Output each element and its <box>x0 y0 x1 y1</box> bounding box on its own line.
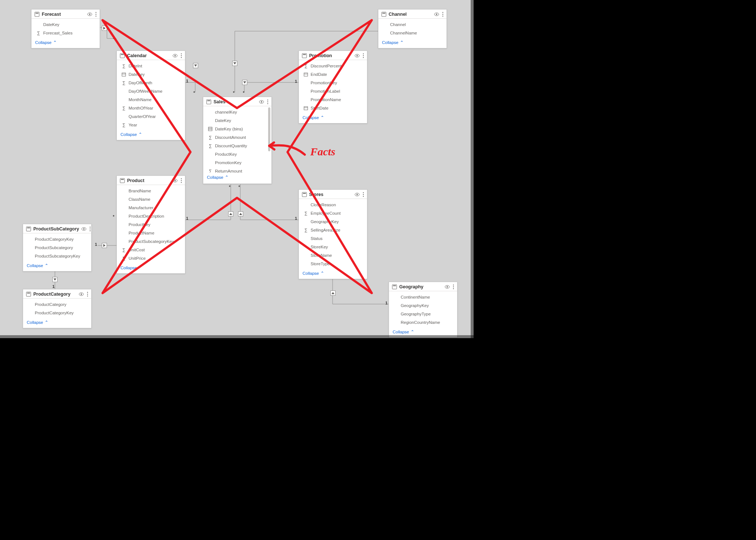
field-item[interactable]: ∑Forecast_Sales <box>32 29 100 37</box>
collapse-toggle[interactable]: Collapse⌃ <box>117 263 185 273</box>
field-item[interactable]: ProductDescription <box>117 212 185 220</box>
visibility-icon[interactable] <box>355 54 360 58</box>
visibility-icon[interactable] <box>81 227 86 231</box>
visibility-icon[interactable] <box>259 100 264 104</box>
field-item[interactable]: ∑MonthOfYear <box>117 104 185 112</box>
field-item[interactable]: ProductSubcategoryKey <box>23 252 91 260</box>
field-item[interactable]: DateKey <box>32 20 100 29</box>
field-item[interactable]: QuarterOfYear <box>117 112 185 121</box>
more-options-icon[interactable] <box>181 178 182 183</box>
table-card-sales[interactable]: Sales channelKey DateKey DateKey (bins) … <box>203 97 272 184</box>
field-item[interactable]: channelKey <box>203 108 271 116</box>
field-item[interactable]: ∑DateInt <box>117 62 185 70</box>
visibility-icon[interactable] <box>355 193 360 196</box>
table-card-promotion[interactable]: Promotion ∑DiscountPercent EndDate Promo… <box>299 51 367 123</box>
collapse-toggle[interactable]: Collapse⌃ <box>32 38 100 48</box>
field-item[interactable]: DateKey (bins) <box>203 125 271 133</box>
collapse-toggle[interactable]: Collapse⌃ <box>23 318 91 328</box>
field-item[interactable]: GeographyKey <box>299 217 367 226</box>
field-item[interactable]: ∑DiscountPercent <box>299 62 367 70</box>
field-item[interactable]: ProductSubcategoryKey <box>117 237 185 245</box>
more-options-icon[interactable] <box>87 292 88 297</box>
visibility-icon[interactable] <box>87 12 92 16</box>
field-item[interactable]: DateKey <box>203 116 271 125</box>
field-item[interactable]: ∑EmployeeCount <box>299 209 367 217</box>
table-header[interactable]: Sales <box>203 97 271 106</box>
field-item[interactable]: EndDate <box>299 70 367 78</box>
more-options-icon[interactable] <box>363 53 364 58</box>
field-item[interactable]: ∑UnitPrice <box>117 254 185 262</box>
field-item[interactable]: DateKey <box>117 70 185 78</box>
more-options-icon[interactable] <box>453 284 454 289</box>
field-item[interactable]: CloseReason <box>299 200 367 209</box>
field-item[interactable]: ∑SellingAreaSize <box>299 226 367 234</box>
field-item[interactable]: ∑DiscountQuantity <box>203 141 271 150</box>
more-options-icon[interactable] <box>89 226 91 232</box>
field-item[interactable]: ProductKey <box>117 220 185 229</box>
field-item[interactable]: Channel <box>378 20 446 29</box>
field-item[interactable]: PromotionKey <box>299 78 367 87</box>
field-item[interactable]: StoreType <box>299 259 367 268</box>
field-item[interactable]: StoreKey <box>299 243 367 251</box>
field-item[interactable]: DayOfWeekName <box>117 87 185 95</box>
field-item[interactable]: ProductName <box>117 229 185 237</box>
field-item[interactable]: ClassName <box>117 195 185 203</box>
table-card-product[interactable]: Product BrandName ClassName Manufacturer… <box>116 175 185 274</box>
table-header[interactable]: ProductSubCategory <box>23 224 91 233</box>
field-item[interactable]: BrandName <box>117 186 185 195</box>
more-options-icon[interactable] <box>181 53 182 58</box>
more-options-icon[interactable] <box>95 12 97 17</box>
table-card-stores[interactable]: Stores CloseReason ∑EmployeeCount Geogra… <box>299 189 367 279</box>
collapse-toggle[interactable]: Collapse⌃ <box>378 38 446 48</box>
visibility-icon[interactable] <box>79 292 84 296</box>
field-item[interactable]: StoreName <box>299 251 367 259</box>
visibility-icon[interactable] <box>173 179 178 182</box>
visibility-icon[interactable] <box>173 54 178 58</box>
field-item[interactable]: ProductCategoryKey <box>23 308 91 317</box>
field-item[interactable]: PromotionName <box>299 95 367 104</box>
field-item[interactable]: ProductCategoryKey <box>23 235 91 243</box>
field-item[interactable]: GeographyType <box>389 310 457 318</box>
table-header[interactable]: ProductCategory <box>23 289 91 299</box>
field-item[interactable]: ∑DiscountAmount <box>203 133 271 141</box>
table-card-calendar[interactable]: Calendar ∑DateInt DateKey ∑DayOfMonth Da… <box>116 51 185 140</box>
table-header[interactable]: Product <box>117 176 185 185</box>
table-card-geography[interactable]: Geography ContinentName GeographyKey Geo… <box>389 282 457 338</box>
table-card-channel[interactable]: Channel Channel ChannelName Collapse⌃ <box>378 9 447 48</box>
field-item[interactable]: ContinentName <box>389 293 457 301</box>
collapse-toggle[interactable]: Collapse⌃ <box>23 261 91 271</box>
field-item[interactable]: ∑ReturnAmount <box>203 167 271 173</box>
field-item[interactable]: GeographyKey <box>389 301 457 310</box>
visibility-icon[interactable] <box>434 12 439 16</box>
collapse-toggle[interactable]: Collapse⌃ <box>299 113 367 123</box>
field-item[interactable]: Status <box>299 234 367 243</box>
collapse-toggle[interactable]: Collapse⌃ <box>299 269 367 279</box>
more-options-icon[interactable] <box>363 192 364 197</box>
visibility-icon[interactable] <box>445 285 450 289</box>
field-item[interactable]: ChannelName <box>378 29 446 37</box>
table-header[interactable]: Calendar <box>117 51 185 60</box>
scrollbar[interactable] <box>268 107 270 173</box>
collapse-toggle[interactable]: Collapse⌃ <box>117 130 185 140</box>
field-item[interactable]: PromotionKey <box>203 158 271 167</box>
field-item[interactable]: MonthName <box>117 95 185 104</box>
more-options-icon[interactable] <box>267 99 268 104</box>
table-card-productcategory[interactable]: ProductCategory ProductCategory ProductC… <box>23 289 92 328</box>
table-header[interactable]: Forecast <box>32 10 100 19</box>
table-header[interactable]: Promotion <box>299 51 367 60</box>
table-header[interactable]: Stores <box>299 190 367 199</box>
table-card-productsubcategory[interactable]: ProductSubCategory ProductCategoryKey Pr… <box>23 224 92 271</box>
field-item[interactable]: ProductKey <box>203 150 271 158</box>
table-header[interactable]: Geography <box>389 282 457 291</box>
field-item[interactable]: ∑UnitCost <box>117 245 185 254</box>
more-options-icon[interactable] <box>442 12 444 17</box>
field-item[interactable]: ∑DayOfMonth <box>117 78 185 87</box>
field-item[interactable]: ProductCategory <box>23 300 91 308</box>
field-item[interactable]: ∑Year <box>117 121 185 129</box>
field-item[interactable]: StartDate <box>299 104 367 112</box>
table-header[interactable]: Channel <box>378 10 446 19</box>
table-card-forecast[interactable]: Forecast DateKey ∑Forecast_Sales Collaps… <box>31 9 100 48</box>
field-item[interactable]: Manufacturer <box>117 203 185 212</box>
collapse-toggle[interactable]: Collapse⌃ <box>203 173 271 183</box>
field-item[interactable]: ProductSubcategory <box>23 243 91 252</box>
